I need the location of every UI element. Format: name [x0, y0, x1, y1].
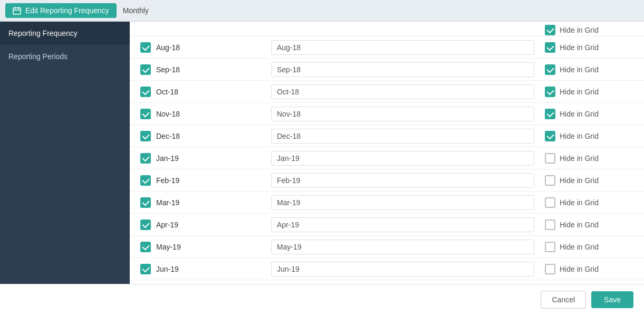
- period-checkbox-nov-18[interactable]: [140, 109, 151, 119]
- cell-input: [267, 127, 539, 146]
- calendar-icon: [13, 6, 21, 15]
- period-label: Jan-19: [156, 154, 179, 163]
- hide-in-grid-checkbox-jun-19[interactable]: [545, 264, 555, 274]
- edit-reporting-frequency-button[interactable]: Edit Reporting Frequency: [5, 3, 117, 18]
- cell-input: [267, 60, 539, 79]
- period-checkbox-apr-19[interactable]: [140, 219, 151, 230]
- cell-input: [267, 82, 539, 101]
- hide-in-grid-checkbox-nov-18[interactable]: [545, 109, 555, 119]
- cell-label: Sep-18: [130, 61, 267, 78]
- table-row: Oct-18 Hide in Grid: [130, 81, 644, 103]
- hide-in-grid-checkbox[interactable]: [545, 25, 555, 35]
- period-input-sep-18[interactable]: [271, 62, 534, 77]
- hide-in-grid-label: Hide in Grid: [560, 43, 599, 52]
- cell-input: [267, 38, 539, 57]
- period-label: Oct-18: [156, 88, 178, 96]
- period-checkbox-oct-18[interactable]: [140, 87, 151, 97]
- period-label: Mar-19: [156, 198, 179, 207]
- table-row: Jun-19 Hide in Grid: [130, 258, 644, 280]
- cell-input: [267, 237, 539, 256]
- period-input-nov-18[interactable]: [271, 107, 534, 121]
- period-checkbox-feb-19[interactable]: [140, 175, 151, 186]
- cell-hide: Hide in Grid: [539, 172, 644, 189]
- hide-in-grid-checkbox-apr-19[interactable]: [545, 219, 555, 230]
- cell-hide: Hide in Grid: [539, 194, 644, 211]
- period-label: Sep-18: [156, 65, 180, 74]
- table-row: Apr-19 Hide in Grid: [130, 214, 644, 236]
- save-button[interactable]: Save: [591, 291, 633, 308]
- period-checkbox-dec-18[interactable]: [140, 131, 151, 141]
- period-input-aug-18[interactable]: [271, 40, 534, 55]
- period-input-oct-18[interactable]: [271, 84, 534, 99]
- content-area: Hide in Grid Aug-18 Hide in Grid Sep-18: [130, 22, 644, 284]
- period-input-apr-19[interactable]: [271, 217, 534, 232]
- cell-label: Mar-19: [130, 194, 267, 211]
- period-checkbox-may-19[interactable]: [140, 242, 151, 252]
- cell-input: [267, 149, 539, 168]
- sidebar-label-reporting-periods: Reporting Periods: [8, 52, 68, 61]
- hide-in-grid-checkbox-mar-19[interactable]: [545, 197, 555, 208]
- hide-in-grid-label: Hide in Grid: [560, 198, 599, 207]
- main-layout: Reporting Frequency Reporting Periods Hi…: [0, 22, 644, 284]
- hide-in-grid-checkbox-jan-19[interactable]: [545, 153, 555, 164]
- hide-in-grid-checkbox-may-19[interactable]: [545, 242, 555, 252]
- cell-hide: Hide in Grid: [539, 83, 644, 100]
- hide-in-grid-label: Hide in Grid: [560, 110, 599, 118]
- hide-in-grid-checkbox-sep-18[interactable]: [545, 64, 555, 75]
- monthly-tab: Monthly: [123, 6, 149, 15]
- cell-hide: Hide in Grid: [539, 39, 644, 56]
- period-input-may-19[interactable]: [271, 240, 534, 254]
- edit-button-label: Edit Reporting Frequency: [25, 6, 109, 15]
- cell-input: [267, 193, 539, 212]
- period-checkbox-jun-19[interactable]: [140, 264, 151, 274]
- hide-in-grid-checkbox-oct-18[interactable]: [545, 87, 555, 97]
- period-input-jun-19[interactable]: [271, 262, 534, 276]
- cancel-button[interactable]: Cancel: [541, 291, 586, 309]
- hide-in-grid-checkbox-feb-19[interactable]: [545, 175, 555, 186]
- hide-in-grid-label: Hide in Grid: [560, 26, 599, 34]
- table-row: Jul-19 Hide in Grid: [130, 280, 644, 284]
- period-checkbox-jan-19[interactable]: [140, 153, 151, 164]
- cell-label: Jul-19: [130, 283, 267, 284]
- hide-in-grid-label: Hide in Grid: [560, 243, 599, 251]
- cell-hide: Hide in Grid: [539, 238, 644, 255]
- period-input-mar-19[interactable]: [271, 195, 534, 210]
- hide-in-grid-checkbox-dec-18[interactable]: [545, 131, 555, 141]
- period-checkbox-aug-18[interactable]: [140, 42, 151, 53]
- cell-input: [267, 282, 539, 284]
- period-input-jul-19[interactable]: [271, 284, 534, 284]
- hide-in-grid-checkbox-aug-18[interactable]: [545, 42, 555, 53]
- period-input-dec-18[interactable]: [271, 129, 534, 144]
- cell-input: [267, 28, 539, 32]
- cell-hide: Hide in Grid: [539, 283, 644, 284]
- sidebar-item-reporting-frequency[interactable]: Reporting Frequency: [0, 22, 130, 45]
- cell-hide: Hide in Grid: [539, 61, 644, 78]
- period-input-jan-19[interactable]: [271, 151, 534, 166]
- cell-label: Feb-19: [130, 172, 267, 189]
- hide-in-grid-label: Hide in Grid: [560, 154, 599, 163]
- cell-hide: Hide in Grid: [539, 106, 644, 122]
- period-label: May-19: [156, 243, 181, 251]
- cell-hide: Hide in Grid: [539, 22, 644, 36]
- hide-in-grid-label: Hide in Grid: [560, 88, 599, 96]
- sidebar-item-reporting-periods[interactable]: Reporting Periods: [0, 45, 130, 68]
- cell-label: Oct-18: [130, 83, 267, 100]
- cell-input: [267, 104, 539, 123]
- cell-hide: Hide in Grid: [539, 216, 644, 233]
- cell-label: May-19: [130, 238, 267, 255]
- period-input-feb-19[interactable]: [271, 173, 534, 188]
- period-label: Nov-18: [156, 110, 180, 118]
- period-label: Jun-19: [156, 265, 179, 273]
- period-checkbox-sep-18[interactable]: [140, 64, 151, 75]
- table-row: Nov-18 Hide in Grid: [130, 103, 644, 125]
- hide-in-grid-label: Hide in Grid: [560, 265, 599, 273]
- period-label: Dec-18: [156, 132, 180, 140]
- table-row: Hide in Grid: [130, 22, 644, 36]
- cell-label: [130, 27, 267, 33]
- hide-in-grid-label: Hide in Grid: [560, 176, 599, 185]
- cell-hide: Hide in Grid: [539, 261, 644, 278]
- period-label: Aug-18: [156, 43, 180, 52]
- table-row: Jan-19 Hide in Grid: [130, 147, 644, 169]
- period-checkbox-mar-19[interactable]: [140, 197, 151, 208]
- table-row: Mar-19 Hide in Grid: [130, 192, 644, 214]
